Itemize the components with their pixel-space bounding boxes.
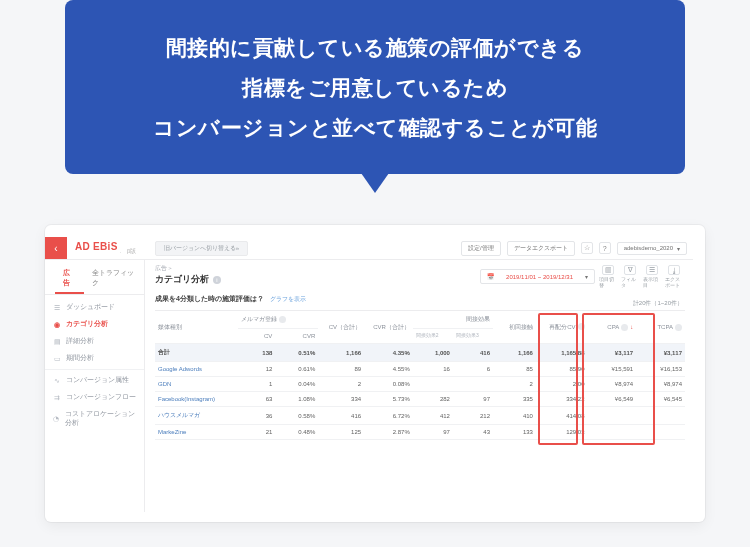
data-cell: ¥6,545 [636, 392, 685, 407]
data-cell: 414.08 [536, 407, 588, 425]
brand-suffix: β版 [127, 248, 137, 254]
data-cell: 43 [453, 425, 493, 440]
show-graph-link[interactable]: グラフを表示 [270, 295, 306, 304]
nav-divider [45, 369, 144, 370]
table-row[interactable]: GDN10.04%20.08%22.00¥8,974¥8,974 [155, 377, 685, 392]
sort-desc-icon: ↓ [630, 324, 633, 330]
columns-icon: ▥ [602, 265, 614, 275]
col-cvr[interactable]: CVR [275, 329, 318, 344]
table-row[interactable]: Google Adwords120.61%894.55%1668585.90¥1… [155, 362, 685, 377]
data-cell: ¥8,974 [588, 377, 637, 392]
data-cell: 2 [318, 377, 364, 392]
brand-name: AD EBiS [75, 241, 118, 252]
sidebar: 広告 全トラフィック ☰ダッシュボード ◉カテゴリ分析 ▤詳細分析 ▭期間分析 … [45, 260, 145, 512]
date-range-value: 2019/11/01 ~ 2019/12/31 [500, 271, 579, 283]
table-row[interactable]: 合計1380.51%1,1664.35%1,0004161,1661,165.8… [155, 344, 685, 362]
data-cell [636, 425, 685, 440]
nav-dashboard[interactable]: ☰ダッシュボード [45, 299, 144, 316]
brand-logo[interactable]: AD EBiS. β版 [75, 241, 137, 256]
row-name-cell[interactable]: MarkeZine [155, 425, 238, 440]
row-name-cell[interactable]: GDN [155, 377, 238, 392]
nav-cost-allocation[interactable]: ◔コストアロケーション分析 [45, 406, 144, 432]
app-screenshot: ‹ AD EBiS. β版 旧バージョンへ切り替える» 設定/管理 データエクス… [45, 225, 705, 522]
data-cell: 0.48% [275, 425, 318, 440]
data-cell [588, 425, 637, 440]
data-cell: 1,000 [413, 344, 453, 362]
data-cell [453, 377, 493, 392]
ctrl-filter[interactable]: ∇フィルタ [621, 265, 639, 288]
ctrl-display-items[interactable]: ☰表示項目 [643, 265, 661, 288]
col-media[interactable]: 媒体種別 [155, 311, 238, 344]
ctrl-column-switch[interactable]: ▥項目切替 [599, 265, 617, 288]
data-cell: ¥16,153 [636, 362, 685, 377]
row-name-cell[interactable]: ハウスメルマガ [155, 407, 238, 425]
row-name-cell[interactable]: Google Adwords [155, 362, 238, 377]
chevron-down-icon: ▾ [677, 245, 680, 252]
table-row[interactable]: MarkeZine210.48%1252.87%9743133129.03 [155, 425, 685, 440]
nav-category-analysis[interactable]: ◉カテゴリ分析 [45, 316, 144, 333]
help-icon[interactable]: ? [599, 242, 611, 254]
chart-icon: ∿ [53, 377, 61, 385]
settings-button[interactable]: 設定/管理 [461, 241, 501, 256]
table-row[interactable]: ハウスメルマガ360.58%4166.72%412212410414.08 [155, 407, 685, 425]
back-button[interactable]: ‹ [45, 237, 67, 259]
col-group-mailmag[interactable]: メルマガ登録 [238, 311, 318, 329]
data-cell: 133 [493, 425, 536, 440]
data-cell [413, 377, 453, 392]
data-cell: 97 [453, 392, 493, 407]
col-cv-total[interactable]: CV（合計） [318, 311, 364, 344]
data-cell: 0.08% [364, 377, 413, 392]
flow-icon: ⇉ [53, 394, 61, 402]
col-indirect3[interactable]: 間接効果3 [453, 329, 493, 344]
callout-line-2: 指標をご用意しているため [89, 68, 661, 108]
nav-cv-attribute[interactable]: ∿コンバージョン属性 [45, 372, 144, 389]
data-cell: 416 [318, 407, 364, 425]
data-cell: 1,165.88 [536, 344, 588, 362]
col-cvr-total[interactable]: CVR（合計） [364, 311, 413, 344]
col-cpa[interactable]: CPA↓ [588, 311, 637, 344]
data-cell: 5.73% [364, 392, 413, 407]
callout-bubble: 間接的に貢献している施策の評価ができる 指標をご用意しているため コンバージョン… [65, 0, 685, 174]
gear-icon: ☰ [646, 265, 658, 275]
nav-cv-flow[interactable]: ⇉コンバージョンフロー [45, 389, 144, 406]
col-first-touch[interactable]: 初回接触 [493, 311, 536, 344]
col-cv[interactable]: CV [238, 329, 275, 344]
nav-detail-analysis[interactable]: ▤詳細分析 [45, 333, 144, 350]
tab-all-traffic[interactable]: 全トラフィック [84, 264, 144, 294]
legacy-switch-button[interactable]: 旧バージョンへ切り替える» [155, 241, 248, 256]
data-cell: 2 [493, 377, 536, 392]
data-cell: 1.08% [275, 392, 318, 407]
callout-tail [361, 173, 389, 193]
data-export-button[interactable]: データエクスポート [507, 241, 575, 256]
ctrl-export[interactable]: ⭳エクスポート [665, 265, 683, 288]
row-name-cell[interactable]: Facebook(Instagram) [155, 392, 238, 407]
col-recv[interactable]: 再配分CV [536, 311, 588, 344]
data-table: 媒体種別 メルマガ登録 CV（合計） CVR（合計） 間接効果 初回接触 再配分… [155, 311, 685, 440]
account-selector[interactable]: adebisdemo_2020 ▾ [617, 242, 687, 255]
nav-period-analysis[interactable]: ▭期間分析 [45, 350, 144, 367]
table-row[interactable]: Facebook(Instagram)631.08%3345.73%282973… [155, 392, 685, 407]
data-cell: 6 [453, 362, 493, 377]
grid-icon: ☰ [53, 304, 61, 312]
badge-icon [621, 324, 628, 331]
data-cell: 282 [413, 392, 453, 407]
col-tcpa[interactable]: TCPA [636, 311, 685, 344]
data-cell: 2.87% [364, 425, 413, 440]
date-range-picker[interactable]: 📅 2019/11/01 ~ 2019/12/31 ▾ [480, 269, 595, 284]
data-cell: 85.90 [536, 362, 588, 377]
top-bar: ‹ AD EBiS. β版 旧バージョンへ切り替える» 設定/管理 データエクス… [45, 237, 693, 259]
col-indirect2[interactable]: 間接効果2 [413, 329, 453, 344]
notification-icon[interactable]: ☆ [581, 242, 593, 254]
sidebar-tabs: 広告 全トラフィック [45, 264, 144, 295]
data-cell: ¥6,549 [588, 392, 637, 407]
badge-icon [279, 316, 286, 323]
account-name: adebisdemo_2020 [624, 245, 673, 251]
col-group-indirect[interactable]: 間接効果 [413, 311, 493, 329]
tab-ads[interactable]: 広告 [55, 264, 84, 294]
data-cell: 63 [238, 392, 275, 407]
sidebar-nav: ☰ダッシュボード ◉カテゴリ分析 ▤詳細分析 ▭期間分析 ∿コンバージョン属性 … [45, 295, 144, 436]
data-cell: 410 [493, 407, 536, 425]
info-icon[interactable]: i [213, 276, 221, 284]
top-right-controls: 設定/管理 データエクスポート ☆ ? adebisdemo_2020 ▾ [461, 241, 693, 256]
calendar-icon: ▭ [53, 355, 61, 363]
